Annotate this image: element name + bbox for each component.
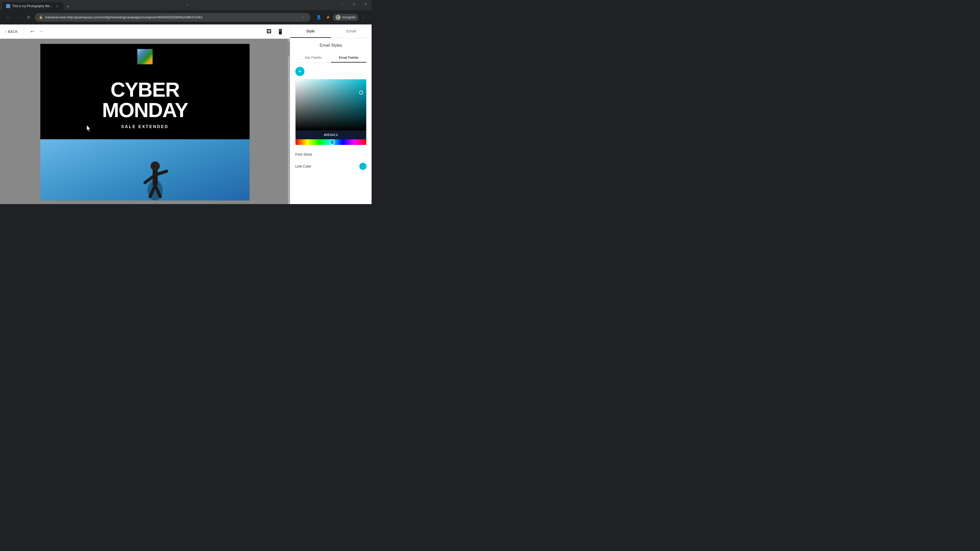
- tab-favicon: [6, 4, 10, 8]
- more-options-button[interactable]: ⋮: [360, 13, 368, 21]
- hero-title: CYBER MONDAY: [56, 79, 234, 121]
- address-text: mackerel-seal-nldy.squarespace.com/confi…: [45, 15, 298, 19]
- lock-icon: 🔒: [39, 15, 43, 19]
- color-gradient[interactable]: [296, 79, 366, 130]
- link-color-swatch[interactable]: [360, 163, 366, 170]
- back-chevron-icon: ‹: [5, 29, 6, 34]
- back-label: BACK: [8, 30, 18, 34]
- color-hex-display: #0E8AC4: [296, 130, 366, 139]
- email-logo: [137, 49, 153, 64]
- new-tab-button[interactable]: +: [64, 3, 72, 10]
- desktop-view-button[interactable]: 🖼: [264, 27, 274, 36]
- tab-title: This is my Photography Website: [12, 4, 53, 8]
- scroll-thumb[interactable]: [288, 41, 290, 57]
- link-color-row: Link Color: [295, 160, 366, 173]
- close-button[interactable]: ✕: [360, 0, 372, 8]
- palette-tab-email-label: Email Palette: [339, 56, 359, 59]
- scroll-track[interactable]: [288, 39, 290, 204]
- color-spectrum[interactable]: [296, 139, 366, 145]
- profile-button[interactable]: 👤: [315, 13, 323, 21]
- active-tab[interactable]: This is my Photography Website ✕: [2, 2, 63, 10]
- palette-tab-site[interactable]: Site Palette: [295, 53, 331, 62]
- palette-tab-email[interactable]: Email Palette: [331, 53, 367, 62]
- back-nav-button[interactable]: ←: [4, 13, 12, 21]
- bookmark-icon[interactable]: ☆: [299, 14, 307, 21]
- link-color-label: Link Color: [295, 164, 311, 168]
- tab-email[interactable]: Email: [331, 24, 372, 38]
- hero-subtitle: SALE EXTENDED: [56, 124, 234, 129]
- minimize-button[interactable]: −: [336, 0, 348, 8]
- incognito-label: Incognito: [342, 15, 356, 19]
- color-picker[interactable]: #0E8AC4: [295, 79, 366, 145]
- mobile-view-button[interactable]: 📱: [275, 27, 285, 36]
- undo-button[interactable]: ↩: [28, 27, 36, 36]
- spectrum-cursor: [329, 139, 335, 145]
- svg-point-2: [151, 162, 160, 171]
- tab-close-icon[interactable]: ✕: [55, 4, 59, 8]
- tab-email-label: Email: [346, 29, 356, 33]
- font-sizes-label: Font Sizes: [295, 152, 312, 156]
- tab-style[interactable]: Style: [290, 24, 331, 38]
- color-cursor: [359, 91, 363, 95]
- hero-title-line1: CYBER: [56, 79, 234, 100]
- back-button[interactable]: ‹ BACK: [5, 29, 18, 34]
- add-color-button[interactable]: +: [295, 67, 304, 76]
- hero-title-line2: MONDAY: [56, 100, 234, 121]
- palette-tab-site-label: Site Palette: [305, 56, 322, 59]
- maximize-button[interactable]: ◻: [348, 0, 360, 8]
- reload-button[interactable]: ↻: [24, 13, 33, 21]
- panel-title: Email Styles: [295, 43, 366, 48]
- tab-style-label: Style: [306, 29, 315, 33]
- extensions-button[interactable]: ⚡: [324, 13, 332, 21]
- font-sizes-arrow-icon: ›: [366, 152, 366, 156]
- incognito-icon: 🕵: [336, 15, 341, 20]
- email-image: [40, 139, 250, 200]
- redo-button[interactable]: ↪: [37, 27, 45, 36]
- incognito-badge[interactable]: 🕵 Incognito: [333, 14, 358, 21]
- font-sizes-section[interactable]: Font Sizes ›: [295, 149, 366, 160]
- forward-nav-button[interactable]: →: [14, 13, 22, 21]
